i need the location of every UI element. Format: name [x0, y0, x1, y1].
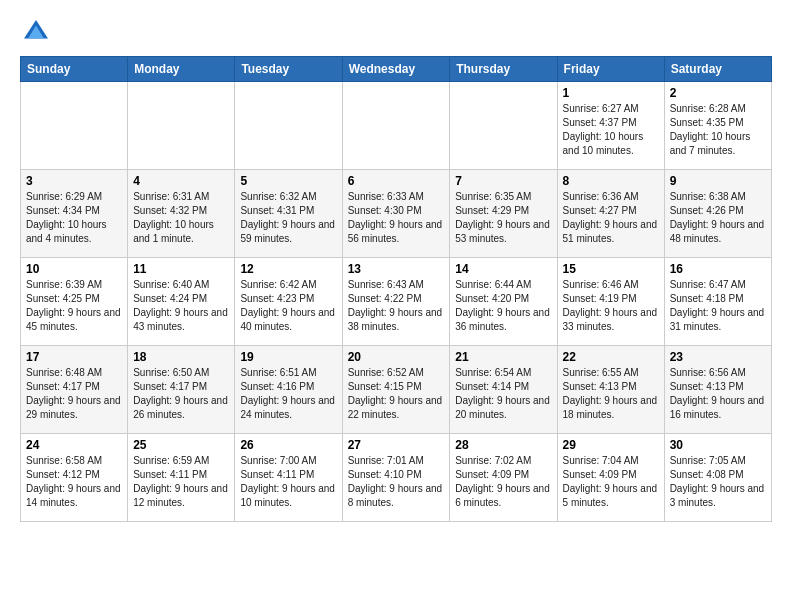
day-info: Sunrise: 6:52 AM Sunset: 4:15 PM Dayligh…: [348, 366, 445, 422]
day-info: Sunrise: 7:02 AM Sunset: 4:09 PM Dayligh…: [455, 454, 551, 510]
day-number: 1: [563, 86, 659, 100]
day-info: Sunrise: 6:43 AM Sunset: 4:22 PM Dayligh…: [348, 278, 445, 334]
day-number: 7: [455, 174, 551, 188]
calendar-week-2: 3Sunrise: 6:29 AM Sunset: 4:34 PM Daylig…: [21, 170, 772, 258]
day-info: Sunrise: 6:44 AM Sunset: 4:20 PM Dayligh…: [455, 278, 551, 334]
calendar-cell: [21, 82, 128, 170]
calendar-cell: 14Sunrise: 6:44 AM Sunset: 4:20 PM Dayli…: [450, 258, 557, 346]
day-info: Sunrise: 6:35 AM Sunset: 4:29 PM Dayligh…: [455, 190, 551, 246]
day-number: 22: [563, 350, 659, 364]
day-info: Sunrise: 6:51 AM Sunset: 4:16 PM Dayligh…: [240, 366, 336, 422]
col-header-tuesday: Tuesday: [235, 57, 342, 82]
day-info: Sunrise: 7:01 AM Sunset: 4:10 PM Dayligh…: [348, 454, 445, 510]
day-info: Sunrise: 6:50 AM Sunset: 4:17 PM Dayligh…: [133, 366, 229, 422]
calendar-table: SundayMondayTuesdayWednesdayThursdayFrid…: [20, 56, 772, 522]
col-header-friday: Friday: [557, 57, 664, 82]
day-info: Sunrise: 7:05 AM Sunset: 4:08 PM Dayligh…: [670, 454, 766, 510]
day-info: Sunrise: 6:42 AM Sunset: 4:23 PM Dayligh…: [240, 278, 336, 334]
calendar-cell: 26Sunrise: 7:00 AM Sunset: 4:11 PM Dayli…: [235, 434, 342, 522]
day-number: 9: [670, 174, 766, 188]
calendar-week-5: 24Sunrise: 6:58 AM Sunset: 4:12 PM Dayli…: [21, 434, 772, 522]
day-info: Sunrise: 6:36 AM Sunset: 4:27 PM Dayligh…: [563, 190, 659, 246]
calendar-cell: 2Sunrise: 6:28 AM Sunset: 4:35 PM Daylig…: [664, 82, 771, 170]
day-number: 2: [670, 86, 766, 100]
day-number: 16: [670, 262, 766, 276]
calendar-cell: 30Sunrise: 7:05 AM Sunset: 4:08 PM Dayli…: [664, 434, 771, 522]
day-number: 29: [563, 438, 659, 452]
day-info: Sunrise: 6:33 AM Sunset: 4:30 PM Dayligh…: [348, 190, 445, 246]
calendar-cell: 1Sunrise: 6:27 AM Sunset: 4:37 PM Daylig…: [557, 82, 664, 170]
day-number: 17: [26, 350, 122, 364]
day-info: Sunrise: 6:56 AM Sunset: 4:13 PM Dayligh…: [670, 366, 766, 422]
day-number: 12: [240, 262, 336, 276]
day-number: 10: [26, 262, 122, 276]
calendar-cell: 25Sunrise: 6:59 AM Sunset: 4:11 PM Dayli…: [128, 434, 235, 522]
day-number: 27: [348, 438, 445, 452]
day-info: Sunrise: 6:46 AM Sunset: 4:19 PM Dayligh…: [563, 278, 659, 334]
day-info: Sunrise: 7:00 AM Sunset: 4:11 PM Dayligh…: [240, 454, 336, 510]
day-info: Sunrise: 6:55 AM Sunset: 4:13 PM Dayligh…: [563, 366, 659, 422]
day-number: 28: [455, 438, 551, 452]
calendar-cell: 10Sunrise: 6:39 AM Sunset: 4:25 PM Dayli…: [21, 258, 128, 346]
calendar-cell: [450, 82, 557, 170]
calendar-cell: 12Sunrise: 6:42 AM Sunset: 4:23 PM Dayli…: [235, 258, 342, 346]
day-number: 23: [670, 350, 766, 364]
header-row: [20, 16, 772, 48]
calendar-cell: 15Sunrise: 6:46 AM Sunset: 4:19 PM Dayli…: [557, 258, 664, 346]
calendar-cell: 18Sunrise: 6:50 AM Sunset: 4:17 PM Dayli…: [128, 346, 235, 434]
day-info: Sunrise: 6:27 AM Sunset: 4:37 PM Dayligh…: [563, 102, 659, 158]
col-header-wednesday: Wednesday: [342, 57, 450, 82]
calendar-cell: [235, 82, 342, 170]
day-number: 11: [133, 262, 229, 276]
calendar-cell: 22Sunrise: 6:55 AM Sunset: 4:13 PM Dayli…: [557, 346, 664, 434]
calendar-cell: 4Sunrise: 6:31 AM Sunset: 4:32 PM Daylig…: [128, 170, 235, 258]
day-info: Sunrise: 6:29 AM Sunset: 4:34 PM Dayligh…: [26, 190, 122, 246]
logo: [20, 16, 56, 48]
calendar-cell: 6Sunrise: 6:33 AM Sunset: 4:30 PM Daylig…: [342, 170, 450, 258]
day-number: 26: [240, 438, 336, 452]
logo-icon: [20, 16, 52, 48]
calendar-cell: 8Sunrise: 6:36 AM Sunset: 4:27 PM Daylig…: [557, 170, 664, 258]
day-info: Sunrise: 6:48 AM Sunset: 4:17 PM Dayligh…: [26, 366, 122, 422]
day-number: 8: [563, 174, 659, 188]
page-container: SundayMondayTuesdayWednesdayThursdayFrid…: [0, 0, 792, 532]
day-number: 6: [348, 174, 445, 188]
day-number: 3: [26, 174, 122, 188]
day-number: 19: [240, 350, 336, 364]
day-number: 13: [348, 262, 445, 276]
day-number: 21: [455, 350, 551, 364]
day-number: 5: [240, 174, 336, 188]
calendar-cell: [128, 82, 235, 170]
day-info: Sunrise: 7:04 AM Sunset: 4:09 PM Dayligh…: [563, 454, 659, 510]
col-header-saturday: Saturday: [664, 57, 771, 82]
calendar-cell: [342, 82, 450, 170]
col-header-thursday: Thursday: [450, 57, 557, 82]
day-info: Sunrise: 6:31 AM Sunset: 4:32 PM Dayligh…: [133, 190, 229, 246]
calendar-cell: 24Sunrise: 6:58 AM Sunset: 4:12 PM Dayli…: [21, 434, 128, 522]
col-header-monday: Monday: [128, 57, 235, 82]
day-info: Sunrise: 6:38 AM Sunset: 4:26 PM Dayligh…: [670, 190, 766, 246]
day-number: 15: [563, 262, 659, 276]
day-info: Sunrise: 6:32 AM Sunset: 4:31 PM Dayligh…: [240, 190, 336, 246]
calendar-cell: 17Sunrise: 6:48 AM Sunset: 4:17 PM Dayli…: [21, 346, 128, 434]
day-number: 20: [348, 350, 445, 364]
calendar-cell: 20Sunrise: 6:52 AM Sunset: 4:15 PM Dayli…: [342, 346, 450, 434]
calendar-cell: 16Sunrise: 6:47 AM Sunset: 4:18 PM Dayli…: [664, 258, 771, 346]
calendar-cell: 23Sunrise: 6:56 AM Sunset: 4:13 PM Dayli…: [664, 346, 771, 434]
calendar-cell: 29Sunrise: 7:04 AM Sunset: 4:09 PM Dayli…: [557, 434, 664, 522]
calendar-week-1: 1Sunrise: 6:27 AM Sunset: 4:37 PM Daylig…: [21, 82, 772, 170]
calendar-cell: 21Sunrise: 6:54 AM Sunset: 4:14 PM Dayli…: [450, 346, 557, 434]
calendar-cell: 27Sunrise: 7:01 AM Sunset: 4:10 PM Dayli…: [342, 434, 450, 522]
day-number: 24: [26, 438, 122, 452]
day-number: 30: [670, 438, 766, 452]
day-info: Sunrise: 6:54 AM Sunset: 4:14 PM Dayligh…: [455, 366, 551, 422]
calendar-cell: 7Sunrise: 6:35 AM Sunset: 4:29 PM Daylig…: [450, 170, 557, 258]
day-info: Sunrise: 6:28 AM Sunset: 4:35 PM Dayligh…: [670, 102, 766, 158]
calendar-week-4: 17Sunrise: 6:48 AM Sunset: 4:17 PM Dayli…: [21, 346, 772, 434]
day-number: 4: [133, 174, 229, 188]
calendar-cell: 28Sunrise: 7:02 AM Sunset: 4:09 PM Dayli…: [450, 434, 557, 522]
calendar-cell: 19Sunrise: 6:51 AM Sunset: 4:16 PM Dayli…: [235, 346, 342, 434]
calendar-cell: 9Sunrise: 6:38 AM Sunset: 4:26 PM Daylig…: [664, 170, 771, 258]
calendar-cell: 11Sunrise: 6:40 AM Sunset: 4:24 PM Dayli…: [128, 258, 235, 346]
day-info: Sunrise: 6:58 AM Sunset: 4:12 PM Dayligh…: [26, 454, 122, 510]
